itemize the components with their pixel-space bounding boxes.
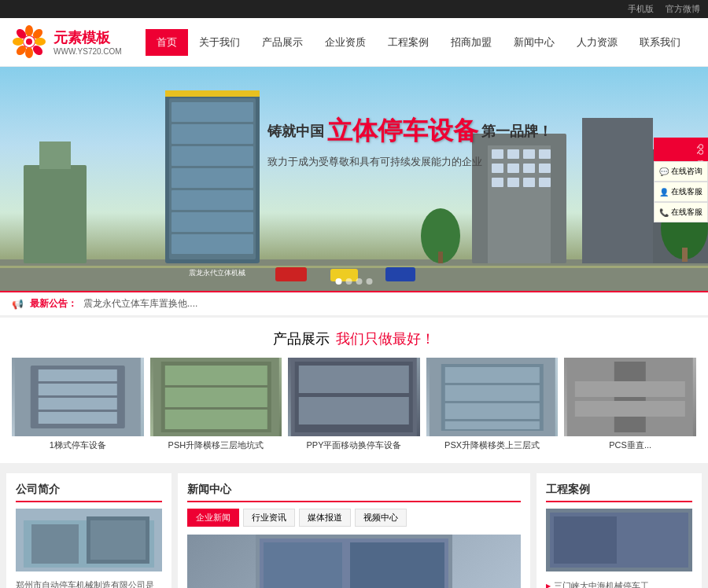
svg-rect-38 bbox=[539, 178, 551, 187]
news-tab-industry[interactable]: 行业资讯 bbox=[243, 509, 295, 527]
svg-rect-21 bbox=[171, 212, 253, 232]
dot-2[interactable] bbox=[346, 278, 352, 285]
svg-rect-13 bbox=[39, 141, 71, 169]
svg-rect-45 bbox=[0, 266, 708, 268]
svg-point-4 bbox=[35, 38, 46, 46]
svg-rect-35 bbox=[492, 178, 503, 187]
svg-rect-17 bbox=[171, 124, 253, 144]
svg-point-2 bbox=[25, 47, 33, 58]
qq-online-label[interactable]: QQ在线客服 bbox=[654, 138, 708, 161]
product-label-2: PSH升降横移三层地坑式 bbox=[150, 439, 282, 451]
nav-item-join[interactable]: 招商加盟 bbox=[440, 29, 503, 56]
svg-rect-85 bbox=[554, 516, 617, 564]
nav-item-home[interactable]: 首页 bbox=[146, 29, 188, 56]
svg-rect-22 bbox=[171, 234, 253, 254]
announce-bar: 📢 最新公告： 震龙永代立体车库置换他.... bbox=[0, 291, 708, 315]
news-img bbox=[187, 535, 521, 588]
product-5[interactable]: PCS垂直... bbox=[564, 358, 696, 451]
nav-item-qualify[interactable]: 企业资质 bbox=[314, 29, 377, 56]
svg-rect-20 bbox=[171, 190, 253, 210]
product-2[interactable]: PSH升降横移三层地坑式 bbox=[150, 358, 282, 451]
banner-tag: 铸就中国 bbox=[267, 122, 324, 141]
svg-rect-78 bbox=[90, 520, 146, 560]
project-item-1[interactable]: 三门峡大中海机械停车工 bbox=[546, 578, 692, 588]
product-label-1: 1梯式停车设备 bbox=[12, 439, 144, 451]
svg-rect-63 bbox=[299, 397, 409, 424]
product-1[interactable]: 1梯式停车设备 bbox=[12, 358, 144, 451]
qq-phone-label: 在线客服 bbox=[671, 207, 702, 218]
slider-dots bbox=[336, 278, 373, 285]
nav-item-news[interactable]: 新闻中心 bbox=[503, 29, 566, 56]
nav-item-products[interactable]: 产品展示 bbox=[251, 29, 314, 56]
projects-title: 工程案例 bbox=[546, 483, 692, 502]
company-img bbox=[16, 509, 162, 571]
qq-service[interactable]: 👤 在线客服 bbox=[654, 182, 708, 202]
qq-service-label: 在线客服 bbox=[671, 186, 702, 197]
product-label-5: PCS垂直... bbox=[564, 439, 696, 451]
product-4[interactable]: PSX升降横移类上三层式 bbox=[426, 358, 559, 451]
news-tab-video[interactable]: 视频中心 bbox=[355, 509, 407, 527]
qq-consult[interactable]: 💬 在线咨询 bbox=[654, 161, 708, 182]
news-tab-company[interactable]: 企业新闻 bbox=[187, 509, 239, 527]
logo-url: WWW.YS720.COM bbox=[53, 47, 122, 56]
svg-rect-58 bbox=[164, 388, 267, 407]
product-3[interactable]: PPY平面移动换停车设备 bbox=[288, 358, 420, 451]
mobile-link[interactable]: 手机版 bbox=[628, 3, 654, 15]
svg-rect-37 bbox=[523, 178, 535, 187]
svg-rect-52 bbox=[39, 384, 117, 395]
qq-service-icon: 👤 bbox=[659, 188, 669, 197]
qq-sidebar: QQ在线客服 💬 在线咨询 👤 在线客服 📞 在线客服 bbox=[654, 138, 708, 222]
banner-text: 铸就中国 立体停车设备 第一品牌！ 致力于成为受尊敬和具有可持续发展能力的企业 bbox=[267, 114, 552, 169]
logo[interactable]: 元素模板 WWW.YS720.COM bbox=[12, 24, 138, 60]
products-section: 产品展示 我们只做最好！ 1梯式停车设备 bbox=[0, 318, 708, 463]
product-img-3 bbox=[288, 358, 420, 436]
nav-item-hr[interactable]: 人力资源 bbox=[566, 29, 629, 56]
svg-rect-82 bbox=[350, 542, 444, 588]
weibo-link[interactable]: 官方微博 bbox=[666, 3, 700, 15]
svg-rect-16 bbox=[171, 102, 253, 122]
svg-rect-18 bbox=[171, 146, 253, 166]
banner-brand: 立体停车设备 bbox=[327, 114, 478, 149]
project-cases: 工程案例 三门峡大中海机械停车工 郑州中五大厦机械停车工 国怀中心地下式机械停车… bbox=[537, 473, 702, 588]
svg-rect-73 bbox=[575, 401, 685, 417]
qq-consult-icon: 💬 bbox=[659, 167, 669, 176]
news-tab-media[interactable]: 媒体报道 bbox=[299, 509, 351, 527]
news-title: 新闻中心 bbox=[187, 483, 521, 502]
dot-3[interactable] bbox=[356, 278, 363, 285]
news-tabs: 企业新闻 行业资讯 媒体报道 视频中心 bbox=[187, 509, 521, 527]
dot-4[interactable] bbox=[367, 278, 373, 285]
nav-item-about[interactable]: 关于我们 bbox=[188, 29, 251, 56]
company-intro: 公司简介 郑州市自动停车机械制造有限公司是属于某某集团有限公司，是一家专业从事机… bbox=[6, 473, 171, 588]
svg-rect-66 bbox=[445, 367, 540, 383]
qq-phone[interactable]: 📞 在线客服 bbox=[654, 202, 708, 222]
main-nav: 首页 关于我们 产品展示 企业资质 工程案例 招商加盟 新闻中心 人力资源 联系… bbox=[146, 29, 691, 56]
qq-phone-icon: 📞 bbox=[659, 208, 669, 217]
banner-sub: 致力于成为受尊敬和具有可持续发展能力的企业 bbox=[267, 155, 552, 169]
banner: 震龙永代立体机械 铸就中国 立体停车设备 bbox=[0, 67, 708, 291]
logo-text: 元素模板 WWW.YS720.COM bbox=[53, 28, 122, 56]
svg-rect-51 bbox=[39, 369, 117, 381]
header: 元素模板 WWW.YS720.COM 首页 关于我们 产品展示 企业资质 工程案… bbox=[0, 18, 708, 67]
nav-item-projects[interactable]: 工程案例 bbox=[377, 29, 440, 56]
nav-item-contact[interactable]: 联系我们 bbox=[629, 29, 691, 56]
product-img-1 bbox=[12, 358, 144, 436]
products-highlight: 我们只做最好！ bbox=[336, 329, 435, 348]
svg-rect-67 bbox=[445, 385, 540, 401]
middle-section: 公司简介 郑州市自动停车机械制造有限公司是属于某某集团有限公司，是一家专业从事机… bbox=[0, 467, 708, 588]
announce-label: 最新公告： bbox=[30, 297, 77, 311]
product-label-4: PSX升降横移类上三层式 bbox=[426, 439, 559, 451]
svg-rect-86 bbox=[625, 516, 688, 564]
svg-point-10 bbox=[26, 39, 32, 45]
svg-rect-72 bbox=[575, 381, 685, 397]
company-text: 郑州市自动停车机械制造有限公司是属于某某集团有限公司，是一家专业从事机械式立体停… bbox=[16, 578, 162, 588]
announce-text[interactable]: 震龙永代立体车库置换他.... bbox=[83, 297, 197, 311]
project-list: 三门峡大中海机械停车工 郑州中五大厦机械停车工 国怀中心地下式机械停车工 武汉众… bbox=[546, 578, 692, 588]
svg-rect-23 bbox=[165, 90, 260, 97]
dot-1[interactable] bbox=[336, 278, 342, 285]
svg-rect-68 bbox=[445, 403, 540, 419]
product-label-3: PPY平面移动换停车设备 bbox=[288, 439, 420, 451]
svg-rect-44 bbox=[682, 248, 688, 262]
banner-title: 铸就中国 立体停车设备 第一品牌！ bbox=[267, 114, 552, 149]
top-bar: 手机版 官方微博 bbox=[0, 0, 708, 18]
svg-rect-53 bbox=[39, 398, 117, 410]
